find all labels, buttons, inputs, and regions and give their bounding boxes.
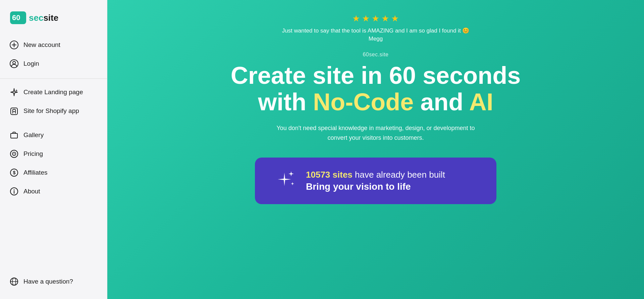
sidebar-item-affiliates-label: Affiliates <box>23 169 47 176</box>
main-content: ★ ★ ★ ★ ★ Just wanted to say that the to… <box>107 0 644 299</box>
review-section: ★ ★ ★ ★ ★ Just wanted to say that the to… <box>282 13 470 42</box>
stats-line1-suffix: have already been built <box>355 170 445 180</box>
hero-title-and: and <box>414 88 469 115</box>
info-circle-icon <box>9 187 19 196</box>
stats-word-sites: sites <box>333 170 353 180</box>
stats-line1: 10573 sites have already been built <box>306 170 445 180</box>
svg-point-6 <box>13 61 15 64</box>
sparkle-icon <box>9 87 19 97</box>
sidebar-item-affiliates[interactable]: $ Affiliates <box>0 163 107 182</box>
star-5: ★ <box>391 13 399 24</box>
star-2: ★ <box>362 13 370 24</box>
stats-card: 10573 sites have already been built Brin… <box>255 158 496 204</box>
star-1: ★ <box>352 13 360 24</box>
pricing-icon <box>9 149 19 159</box>
hero-section: 60sec.site Create site in 60 seconds wit… <box>231 52 521 143</box>
sidebar-item-login[interactable]: Login <box>0 54 107 73</box>
sidebar-item-about-label: About <box>23 188 40 195</box>
hero-title: Create site in 60 seconds with No-Code a… <box>231 62 521 115</box>
svg-rect-8 <box>11 133 17 138</box>
sidebar-item-about[interactable]: About <box>0 182 107 201</box>
plus-circle-icon <box>9 40 19 50</box>
svg-text:60: 60 <box>12 13 20 22</box>
review-text: Just wanted to say that the tool is AMAZ… <box>282 27 470 34</box>
sidebar-item-pricing-label: Pricing <box>23 150 43 158</box>
dollar-circle-icon: $ <box>9 168 19 177</box>
svg-point-15 <box>14 189 15 190</box>
sidebar-item-have-a-question[interactable]: Have a question? <box>0 272 107 291</box>
sidebar-item-shopify-label: Site for Shopify app <box>23 107 79 115</box>
shopify-icon <box>9 106 19 116</box>
svg-point-11 <box>14 154 15 155</box>
sidebar: 60 secsite New account Login <box>0 0 107 299</box>
account-circle-icon <box>9 59 19 68</box>
hero-subtitle: 60sec.site <box>231 52 521 58</box>
sparkle-large-icon <box>275 170 297 191</box>
sidebar-item-gallery[interactable]: Gallery <box>0 126 107 144</box>
sidebar-item-pricing[interactable]: Pricing <box>0 144 107 163</box>
hero-title-line2: with No-Code and AI <box>258 88 493 115</box>
stats-text: 10573 sites have already been built Brin… <box>306 170 445 192</box>
globe-icon <box>9 277 19 286</box>
sidebar-item-have-a-question-label: Have a question? <box>23 278 73 285</box>
svg-text:$: $ <box>13 170 16 175</box>
svg-rect-7 <box>11 108 17 115</box>
stats-count: 10573 <box>306 170 330 180</box>
sidebar-item-new-account[interactable]: New account <box>0 36 107 54</box>
hero-title-with: with <box>258 88 313 115</box>
star-4: ★ <box>381 13 389 24</box>
sidebar-item-gallery-label: Gallery <box>23 131 44 139</box>
sidebar-item-new-account-label: New account <box>23 41 60 49</box>
stats-line2: Bring your vision to life <box>306 181 445 192</box>
hero-title-nocode: No-Code <box>313 88 414 115</box>
hero-description: You don't need special knowledge in mark… <box>275 123 476 143</box>
hero-title-line1: Create site in 60 seconds <box>231 62 521 89</box>
review-author: Megg <box>282 36 470 42</box>
hero-title-ai: AI <box>469 88 493 115</box>
logo[interactable]: 60 secsite <box>0 8 107 36</box>
review-stars: ★ ★ ★ ★ ★ <box>282 13 470 24</box>
star-3: ★ <box>372 13 379 24</box>
sidebar-item-create-landing-page[interactable]: Create Landing page <box>0 83 107 102</box>
sidebar-item-create-landing-label: Create Landing page <box>23 88 83 96</box>
logo-text: secsite <box>29 13 58 23</box>
sidebar-item-shopify[interactable]: Site for Shopify app <box>0 102 107 120</box>
briefcase-icon <box>9 130 19 140</box>
sidebar-item-login-label: Login <box>23 60 39 67</box>
